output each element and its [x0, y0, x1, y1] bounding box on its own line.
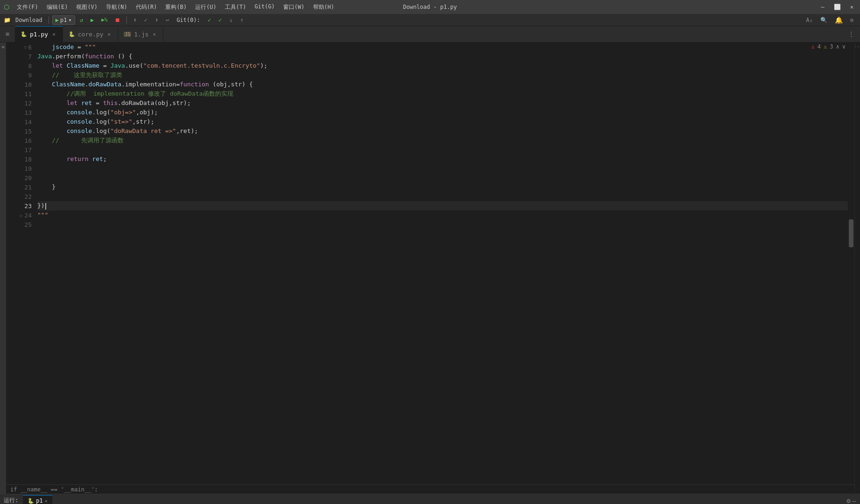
python-icon-terminal: 🐍 — [28, 498, 34, 504]
git-status: Git(0): — [174, 16, 203, 24]
fold-icon-6[interactable]: ▽ — [24, 45, 27, 50]
translate-button[interactable]: A₂ — [803, 16, 815, 24]
gutter-15: 15 — [7, 126, 35, 136]
run-config-label: p1 — [60, 17, 67, 23]
toolbar-right: A₂ 🔍 🔔 ⚙ — [803, 15, 856, 25]
git-update-button[interactable]: ⬇ — [130, 16, 139, 24]
gutter-8: 8 — [7, 61, 35, 70]
menu-help[interactable]: 帮助(H) — [311, 2, 336, 12]
menu-edit[interactable]: 编辑(E) — [45, 2, 70, 12]
search-button[interactable]: 🔍 — [818, 16, 830, 24]
right-panel-bar: ⋮ — [854, 42, 860, 494]
run-button[interactable]: ▶ — [88, 16, 97, 24]
code-line-10: ClassName.doRawData.implementation=funct… — [37, 80, 854, 89]
run-config-dropdown[interactable]: ▶ p1 ▾ — [52, 15, 75, 25]
minimize-button[interactable]: — — [818, 3, 827, 11]
code-line-25 — [37, 220, 854, 229]
gutter-25: 25 — [7, 220, 35, 229]
code-line-14: console.log("st=>",str); — [37, 117, 854, 126]
fold-icon-24[interactable]: ▷ — [20, 213, 23, 218]
tab-corepy[interactable]: 🐍 core.py ✕ — [63, 26, 118, 42]
gutter-20: 20 — [7, 173, 35, 182]
run-with-coverage[interactable]: ▶% — [98, 16, 110, 24]
js-icon: JS — [124, 32, 131, 37]
git-push-button[interactable]: ⬆ — [152, 16, 161, 24]
code-line-if — [37, 229, 854, 238]
toolbar-separator-1 — [49, 16, 49, 24]
git-down[interactable]: ↓ — [226, 16, 235, 24]
editor-scroll-area[interactable]: jscode = """ Java.perform(function () { … — [35, 42, 854, 484]
terminal-tab-p1[interactable]: 🐍 p1 ✕ — [23, 495, 52, 504]
menu-refactor[interactable]: 重构(B) — [163, 2, 189, 12]
code-line-15: console.log("doRawData ret =>",ret); — [37, 126, 854, 136]
gutter-24: ▷24 — [7, 210, 35, 220]
gutter-16: 16 — [7, 136, 35, 145]
menu-file[interactable]: 文件(F) — [15, 2, 40, 12]
notifications-button[interactable]: 🔔 — [832, 15, 846, 25]
code-line-13: console.log("obj=>",obj); — [37, 108, 854, 117]
terminal-panel: 运行: 🐍 p1 ✕ ⚙ — ↺ ⏹ ⬛ ⏩ 🖨 ⬆ D:\Download\v… — [0, 494, 860, 504]
menu-git[interactable]: Git(G) — [253, 2, 277, 12]
rerun-button[interactable]: ↺ — [77, 16, 86, 24]
git-up[interactable]: ↑ — [238, 16, 246, 24]
app-icon: ⬡ — [4, 3, 9, 11]
line-numbers-gutter: ▽6 7 8 9 10 11 12 13 14 15 16 17 18 19 2… — [7, 42, 35, 484]
python-icon-core: 🐍 — [69, 31, 75, 37]
scrollbar-thumb[interactable] — [849, 219, 853, 247]
window-title: Download - p1.py — [403, 4, 457, 10]
code-line-19 — [37, 164, 854, 173]
settings-button[interactable]: ⚙ — [847, 16, 856, 24]
git-check[interactable]: ✓ — [205, 16, 214, 24]
terminal-minimize-icon[interactable]: — — [853, 497, 856, 504]
menu-navigate[interactable]: 导航(N) — [104, 2, 129, 12]
code-line-9: // 这里先获取了源类 — [37, 70, 854, 80]
code-line-7: Java.perform(function () { — [37, 52, 854, 61]
tab-1js-close[interactable]: ✕ — [152, 31, 158, 38]
vertical-scrollbar[interactable] — [848, 42, 854, 484]
code-line-22 — [37, 192, 854, 201]
git-rollback-button[interactable]: ↩ — [163, 16, 172, 24]
code-line-17 — [37, 145, 854, 154]
gutter-6: ▽6 — [7, 42, 35, 52]
terminal-settings-icon[interactable]: ⚙ — [846, 497, 850, 504]
stop-button[interactable]: ⏹ — [112, 16, 123, 24]
run-icon: ▶ — [56, 17, 59, 23]
breadcrumb-bar: if __name__ == '__main__': — [7, 484, 854, 494]
code-editor[interactable]: ▽6 7 8 9 10 11 12 13 14 15 16 17 18 19 2… — [7, 42, 854, 484]
tab-p1py-close[interactable]: ✕ — [51, 31, 57, 38]
gutter-12: 12 — [7, 98, 35, 108]
tab-1js[interactable]: JS 1.js ✕ — [118, 26, 163, 42]
git-check2[interactable]: ✓ — [216, 16, 224, 24]
menu-window[interactable]: 窗口(W) — [281, 2, 307, 12]
menu-view[interactable]: 视图(V) — [74, 2, 99, 12]
tab-corepy-label: core.py — [78, 31, 104, 38]
close-button[interactable]: ✕ — [847, 3, 856, 11]
terminal-header: 运行: 🐍 p1 ✕ ⚙ — — [0, 494, 860, 504]
tab-corepy-close[interactable]: ✕ — [106, 31, 112, 38]
code-line-24: """ — [37, 210, 854, 220]
terminal-controls: ⚙ — — [846, 497, 856, 504]
maximize-button[interactable]: ⬜ — [831, 3, 844, 11]
project-label[interactable]: Download — [13, 16, 45, 24]
panel-icon-1[interactable]: ⋮ — [855, 44, 860, 49]
window-controls: — ⬜ ✕ — [818, 3, 856, 11]
menu-code[interactable]: 代码(R) — [134, 2, 159, 12]
chevron-down-icon: ▾ — [68, 17, 71, 23]
toolbar: 📁 Download ▶ p1 ▾ ↺ ▶ ▶% ⏹ ⬇ ✓ ⬆ ↩ Git(0… — [0, 14, 860, 26]
gutter-9: 9 — [7, 70, 35, 80]
gutter-10: 10 — [7, 80, 35, 89]
activity-structure[interactable]: ≡ — [1, 44, 4, 49]
gutter-17: 17 — [7, 145, 35, 154]
git-commit-button[interactable]: ✓ — [141, 16, 150, 24]
menu-run[interactable]: 运行(U) — [193, 2, 218, 12]
terminal-tab-close[interactable]: ✕ — [45, 498, 48, 504]
menu-tools[interactable]: 工具(T) — [223, 2, 248, 12]
title-bar-left: ⬡ 文件(F) 编辑(E) 视图(V) 导航(N) 代码(R) 重构(B) 运行… — [4, 2, 336, 12]
code-line-23: }) — [37, 201, 854, 210]
terminal-run-label: 运行: — [4, 497, 18, 504]
activity-bar: ≡ — [0, 42, 7, 494]
tab-p1py[interactable]: 🐍 p1.py ✕ — [15, 26, 63, 42]
tab-more-icon[interactable]: ⋮ — [846, 29, 856, 39]
gutter-13: 13 — [7, 108, 35, 117]
code-line-11: //调用 implementation 修改了 doRawData函数的实现 — [37, 89, 854, 98]
